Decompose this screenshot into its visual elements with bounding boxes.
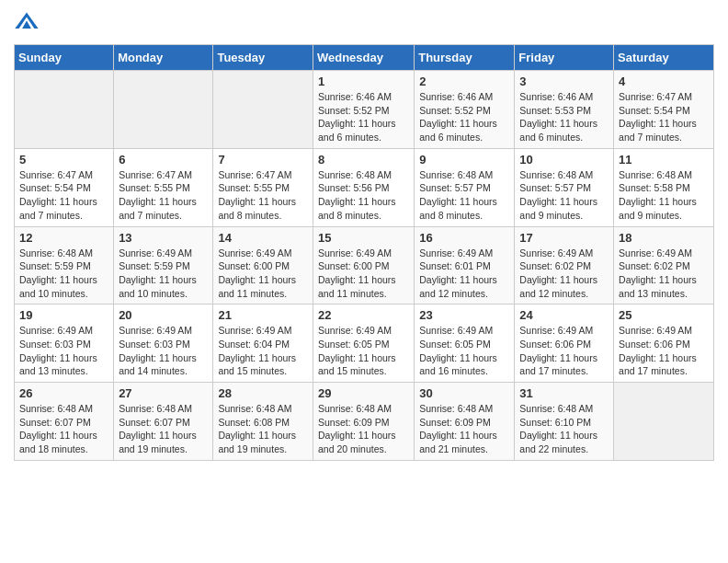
- calendar-cell: 12Sunrise: 6:48 AM Sunset: 5:59 PM Dayli…: [15, 226, 114, 304]
- day-number: 30: [419, 386, 509, 400]
- week-row-5: 26Sunrise: 6:48 AM Sunset: 6:07 PM Dayli…: [15, 383, 714, 461]
- day-number: 8: [318, 153, 409, 167]
- page-header: [14, 9, 714, 35]
- day-number: 17: [519, 231, 609, 245]
- calendar-cell: 30Sunrise: 6:48 AM Sunset: 6:09 PM Dayli…: [415, 383, 515, 461]
- calendar-cell: [15, 71, 114, 149]
- day-number: 9: [419, 153, 509, 167]
- calendar-table: SundayMondayTuesdayWednesdayThursdayFrid…: [14, 44, 714, 461]
- day-number: 3: [519, 75, 609, 88]
- calendar-cell: 31Sunrise: 6:48 AM Sunset: 6:10 PM Dayli…: [515, 383, 614, 461]
- calendar-cell: 14Sunrise: 6:49 AM Sunset: 6:00 PM Dayli…: [213, 226, 313, 304]
- day-info: Sunrise: 6:49 AM Sunset: 6:03 PM Dayligh…: [19, 324, 108, 378]
- day-info: Sunrise: 6:48 AM Sunset: 5:56 PM Dayligh…: [318, 168, 409, 223]
- day-info: Sunrise: 6:48 AM Sunset: 5:57 PM Dayligh…: [419, 168, 509, 223]
- calendar-cell: [114, 71, 213, 149]
- day-number: 1: [318, 75, 409, 88]
- calendar-cell: 29Sunrise: 6:48 AM Sunset: 6:09 PM Dayli…: [313, 383, 414, 461]
- calendar-cell: 21Sunrise: 6:49 AM Sunset: 6:04 PM Dayli…: [213, 304, 313, 383]
- day-info: Sunrise: 6:49 AM Sunset: 6:02 PM Dayligh…: [519, 247, 609, 301]
- calendar-cell: [614, 383, 714, 461]
- day-number: 10: [519, 153, 609, 167]
- day-info: Sunrise: 6:47 AM Sunset: 5:55 PM Dayligh…: [218, 168, 308, 223]
- calendar-cell: 23Sunrise: 6:49 AM Sunset: 6:05 PM Dayli…: [415, 304, 515, 383]
- calendar-cell: 26Sunrise: 6:48 AM Sunset: 6:07 PM Dayli…: [15, 383, 114, 461]
- day-info: Sunrise: 6:49 AM Sunset: 6:03 PM Dayligh…: [119, 324, 208, 378]
- day-number: 13: [119, 231, 208, 245]
- day-info: Sunrise: 6:49 AM Sunset: 6:00 PM Dayligh…: [318, 247, 409, 301]
- day-number: 27: [119, 386, 208, 400]
- col-header-monday: Monday: [114, 45, 213, 71]
- calendar-cell: 28Sunrise: 6:48 AM Sunset: 6:08 PM Dayli…: [213, 383, 313, 461]
- col-header-friday: Friday: [515, 45, 614, 71]
- day-info: Sunrise: 6:47 AM Sunset: 5:54 PM Dayligh…: [619, 90, 709, 144]
- day-number: 16: [419, 231, 509, 245]
- calendar-cell: 16Sunrise: 6:49 AM Sunset: 6:01 PM Dayli…: [415, 226, 515, 304]
- calendar-cell: 11Sunrise: 6:48 AM Sunset: 5:58 PM Dayli…: [614, 148, 714, 226]
- day-number: 25: [619, 308, 709, 322]
- calendar-cell: 4Sunrise: 6:47 AM Sunset: 5:54 PM Daylig…: [614, 71, 714, 149]
- day-number: 31: [519, 386, 609, 400]
- day-info: Sunrise: 6:48 AM Sunset: 6:07 PM Dayligh…: [19, 402, 108, 456]
- day-info: Sunrise: 6:46 AM Sunset: 5:53 PM Dayligh…: [519, 90, 609, 144]
- day-number: 29: [318, 386, 409, 400]
- day-number: 15: [318, 231, 409, 245]
- day-info: Sunrise: 6:48 AM Sunset: 5:58 PM Dayligh…: [619, 168, 709, 223]
- day-number: 18: [619, 231, 709, 245]
- col-header-tuesday: Tuesday: [213, 45, 313, 71]
- day-number: 20: [119, 308, 208, 322]
- week-row-3: 12Sunrise: 6:48 AM Sunset: 5:59 PM Dayli…: [15, 226, 714, 304]
- day-info: Sunrise: 6:48 AM Sunset: 6:08 PM Dayligh…: [218, 402, 308, 456]
- day-info: Sunrise: 6:49 AM Sunset: 5:59 PM Dayligh…: [119, 247, 208, 301]
- logo: [14, 9, 43, 35]
- day-number: 28: [218, 386, 308, 400]
- day-info: Sunrise: 6:49 AM Sunset: 6:04 PM Dayligh…: [218, 324, 308, 378]
- day-number: 12: [19, 231, 108, 245]
- week-row-4: 19Sunrise: 6:49 AM Sunset: 6:03 PM Dayli…: [15, 304, 714, 383]
- day-info: Sunrise: 6:48 AM Sunset: 6:09 PM Dayligh…: [419, 402, 509, 456]
- day-number: 5: [19, 153, 108, 167]
- day-info: Sunrise: 6:49 AM Sunset: 6:06 PM Dayligh…: [519, 324, 609, 378]
- calendar-cell: 20Sunrise: 6:49 AM Sunset: 6:03 PM Dayli…: [114, 304, 213, 383]
- day-info: Sunrise: 6:49 AM Sunset: 6:01 PM Dayligh…: [419, 247, 509, 301]
- day-info: Sunrise: 6:48 AM Sunset: 6:09 PM Dayligh…: [318, 402, 409, 456]
- calendar-cell: 1Sunrise: 6:46 AM Sunset: 5:52 PM Daylig…: [313, 71, 414, 149]
- day-number: 14: [218, 231, 308, 245]
- calendar-cell: 5Sunrise: 6:47 AM Sunset: 5:54 PM Daylig…: [15, 148, 114, 226]
- day-info: Sunrise: 6:49 AM Sunset: 6:05 PM Dayligh…: [419, 324, 509, 378]
- day-info: Sunrise: 6:47 AM Sunset: 5:54 PM Dayligh…: [19, 168, 108, 223]
- week-row-1: 1Sunrise: 6:46 AM Sunset: 5:52 PM Daylig…: [15, 71, 714, 149]
- day-number: 24: [519, 308, 609, 322]
- calendar-cell: 9Sunrise: 6:48 AM Sunset: 5:57 PM Daylig…: [415, 148, 515, 226]
- day-number: 19: [19, 308, 108, 322]
- calendar-cell: 2Sunrise: 6:46 AM Sunset: 5:52 PM Daylig…: [415, 71, 515, 149]
- day-number: 2: [419, 75, 509, 88]
- day-info: Sunrise: 6:48 AM Sunset: 6:10 PM Dayligh…: [519, 402, 609, 456]
- calendar-cell: 8Sunrise: 6:48 AM Sunset: 5:56 PM Daylig…: [313, 148, 414, 226]
- calendar-cell: 15Sunrise: 6:49 AM Sunset: 6:00 PM Dayli…: [313, 226, 414, 304]
- logo-icon: [14, 9, 40, 35]
- col-header-saturday: Saturday: [614, 45, 714, 71]
- calendar-cell: 24Sunrise: 6:49 AM Sunset: 6:06 PM Dayli…: [515, 304, 614, 383]
- day-number: 6: [119, 153, 208, 167]
- col-header-wednesday: Wednesday: [313, 45, 414, 71]
- col-header-thursday: Thursday: [415, 45, 515, 71]
- calendar-cell: 10Sunrise: 6:48 AM Sunset: 5:57 PM Dayli…: [515, 148, 614, 226]
- day-number: 23: [419, 308, 509, 322]
- day-info: Sunrise: 6:48 AM Sunset: 5:57 PM Dayligh…: [519, 168, 609, 223]
- day-info: Sunrise: 6:47 AM Sunset: 5:55 PM Dayligh…: [119, 168, 208, 223]
- day-number: 21: [218, 308, 308, 322]
- calendar-cell: 7Sunrise: 6:47 AM Sunset: 5:55 PM Daylig…: [213, 148, 313, 226]
- day-info: Sunrise: 6:49 AM Sunset: 6:06 PM Dayligh…: [619, 324, 709, 378]
- calendar-cell: 22Sunrise: 6:49 AM Sunset: 6:05 PM Dayli…: [313, 304, 414, 383]
- col-header-sunday: Sunday: [15, 45, 114, 71]
- day-info: Sunrise: 6:48 AM Sunset: 6:07 PM Dayligh…: [119, 402, 208, 456]
- day-number: 26: [19, 386, 108, 400]
- calendar-cell: 6Sunrise: 6:47 AM Sunset: 5:55 PM Daylig…: [114, 148, 213, 226]
- day-info: Sunrise: 6:48 AM Sunset: 5:59 PM Dayligh…: [19, 247, 108, 301]
- calendar-cell: 13Sunrise: 6:49 AM Sunset: 5:59 PM Dayli…: [114, 226, 213, 304]
- calendar-cell: [213, 71, 313, 149]
- calendar-cell: 25Sunrise: 6:49 AM Sunset: 6:06 PM Dayli…: [614, 304, 714, 383]
- calendar-cell: 18Sunrise: 6:49 AM Sunset: 6:02 PM Dayli…: [614, 226, 714, 304]
- day-info: Sunrise: 6:49 AM Sunset: 6:02 PM Dayligh…: [619, 247, 709, 301]
